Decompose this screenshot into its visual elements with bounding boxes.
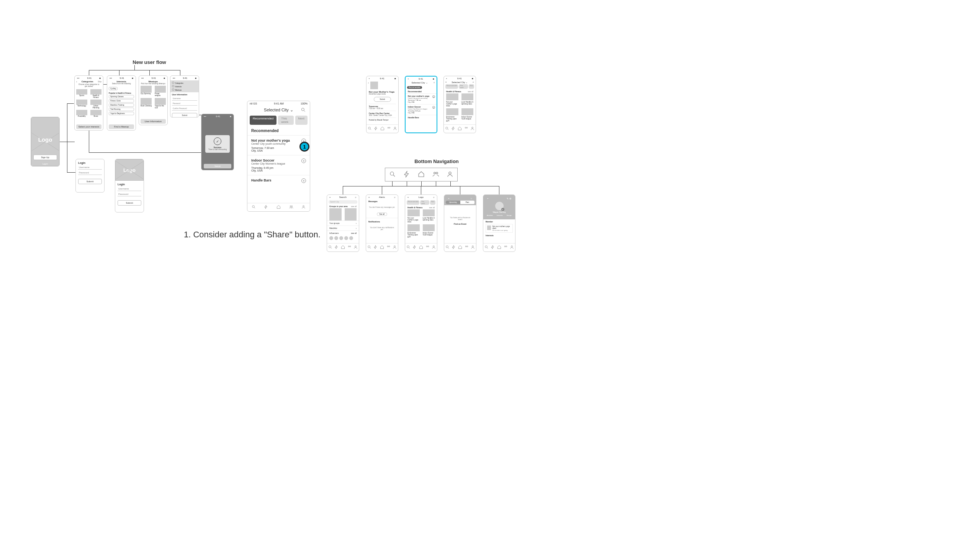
search-input[interactable]: Search City [329, 200, 357, 204]
search-icon[interactable] [301, 107, 306, 113]
tab-group-icon[interactable] [465, 245, 469, 250]
city-dropdown[interactable]: Selected City ⌄ [264, 108, 293, 113]
tab-home-icon[interactable] [341, 245, 345, 250]
tab-recommended[interactable]: Recommended [250, 116, 276, 125]
nav-home-icon[interactable] [418, 171, 425, 178]
tab-bolt-icon[interactable] [373, 245, 378, 250]
nav-search-icon[interactable] [389, 171, 396, 178]
login-username-field[interactable]: Username [78, 164, 102, 170]
userinfo-submit-button[interactable]: Submit [172, 113, 197, 118]
userinfo-username[interactable]: Username [172, 96, 197, 101]
tab-profile-icon[interactable] [393, 245, 397, 250]
login2-submit-button[interactable]: Submit [118, 200, 141, 206]
find-event-button[interactable]: Find an Event [444, 223, 476, 225]
tab-bolt-icon[interactable] [491, 245, 495, 250]
nav-item[interactable]: Interests [172, 85, 197, 88]
tab-bolt-icon[interactable] [264, 205, 268, 210]
nav-bolt-icon[interactable] [403, 171, 410, 178]
interest-pill[interactable]: Spinning Classes [109, 95, 134, 98]
login2-username-field[interactable]: Username [118, 186, 141, 191]
nav-profile-icon[interactable] [447, 171, 453, 178]
pill-sport[interactable]: Cycling [109, 87, 118, 90]
nav-item[interactable]: Meetups [172, 88, 197, 91]
tab-bolt-icon[interactable] [334, 245, 339, 250]
interest-pill[interactable]: Trail Running [109, 108, 134, 111]
tab-home-icon[interactable] [380, 245, 384, 250]
tab-search-icon[interactable] [484, 245, 489, 250]
nav-item[interactable]: Categories [172, 81, 197, 85]
edit-avatar-icon[interactable]: + [501, 208, 504, 211]
tab-search-icon[interactable] [252, 205, 256, 210]
user-info-button[interactable]: User Information [141, 119, 166, 124]
tab-group-icon[interactable] [387, 126, 391, 131]
add-icon[interactable]: + [445, 81, 447, 83]
tab-bolt-icon[interactable] [412, 245, 417, 250]
back-icon[interactable]: ‹ [368, 82, 369, 89]
add-icon[interactable]: + [301, 178, 306, 183]
tab-upcoming[interactable]: Upcoming [446, 201, 460, 204]
tab-search-icon[interactable] [445, 245, 450, 250]
tab-search-icon[interactable] [406, 245, 411, 250]
login-link[interactable]: Log in [31, 163, 59, 165]
tab-next[interactable]: Next [295, 116, 308, 125]
see-all-link[interactable]: see all [429, 206, 435, 209]
tab-search-icon[interactable] [328, 245, 332, 250]
detail-submit-button[interactable]: Submit [374, 97, 391, 102]
tab-home-icon[interactable] [497, 245, 501, 250]
interest-pill[interactable]: Marathon Training [109, 103, 134, 107]
tab-group-icon[interactable] [289, 205, 293, 210]
event-card[interactable]: Indoor Soccer Center City Women's league… [247, 155, 310, 175]
skip-link[interactable]: Skip [98, 80, 101, 83]
tab-profile-icon[interactable] [432, 245, 436, 250]
tab-home-icon[interactable] [419, 245, 423, 250]
tab-search-icon[interactable] [368, 126, 372, 131]
tab-group-icon[interactable] [386, 245, 391, 250]
select-interests-button[interactable]: Select your interests [76, 124, 101, 129]
userinfo-password[interactable]: Password [172, 101, 197, 106]
find-meetup-button[interactable]: Find a Meetup [109, 124, 134, 129]
login-submit-button[interactable]: Submit [78, 179, 102, 184]
tab-search-icon[interactable] [445, 126, 449, 131]
see-all-link[interactable]: see all [468, 90, 473, 93]
signup-button[interactable]: Sign Up [33, 155, 57, 160]
tab-past[interactable]: Past [460, 201, 475, 204]
tab-group-icon[interactable] [504, 245, 508, 250]
tab-this-week[interactable]: This week [278, 116, 293, 125]
tab-group-icon[interactable] [425, 245, 430, 250]
userinfo-confirm[interactable]: Confirm Password [172, 106, 197, 111]
search-icon[interactable]: ⌕ [434, 81, 435, 83]
list-item[interactable]: Influencerssee all [327, 230, 359, 235]
nav-group-icon[interactable] [432, 171, 439, 178]
tab-home-icon[interactable] [458, 126, 462, 131]
add-icon[interactable]: + [432, 95, 435, 98]
list-item[interactable]: Watchlist› [327, 225, 359, 230]
search-icon[interactable]: ⌕ [473, 81, 474, 83]
tab-home-icon[interactable] [276, 205, 281, 210]
login2-password-field[interactable]: Password [118, 191, 141, 196]
city-dropdown[interactable]: Selected City ⌄ ⌕+ [444, 81, 476, 83]
tab-group-icon[interactable] [347, 245, 352, 250]
tab-profile-icon[interactable] [470, 126, 474, 131]
add-icon[interactable]: + [301, 158, 306, 163]
tab-profile-icon[interactable] [471, 245, 475, 250]
tab-profile-icon[interactable] [353, 245, 358, 250]
tab-bolt-icon[interactable] [451, 126, 455, 131]
tab-profile-icon[interactable] [510, 245, 514, 250]
member-item[interactable]: Not your mothers yoga class 30 members a… [486, 224, 513, 233]
see-all-link[interactable]: see all [351, 205, 357, 207]
login-password-field[interactable]: Password [78, 170, 102, 175]
add-icon[interactable]: + [432, 106, 435, 109]
tab-profile-icon[interactable] [393, 126, 397, 131]
interest-pill[interactable]: Fitness Clubs [109, 99, 134, 103]
tab-search-icon[interactable] [367, 245, 371, 250]
tab-bolt-icon[interactable] [452, 245, 456, 250]
event-card[interactable]: Handle Bars + [247, 175, 310, 185]
interest-pill[interactable]: Yoga for Beginners [109, 112, 134, 115]
see-all-link[interactable]: see all [351, 232, 357, 234]
tab-bolt-icon[interactable] [374, 126, 378, 131]
tab-profile-icon[interactable] [301, 205, 306, 210]
tab-home-icon[interactable] [458, 245, 462, 250]
list-item[interactable]: Your groups› [327, 221, 359, 225]
success-submit-button[interactable]: Submit [204, 164, 231, 168]
tab-group-icon[interactable] [464, 126, 468, 131]
